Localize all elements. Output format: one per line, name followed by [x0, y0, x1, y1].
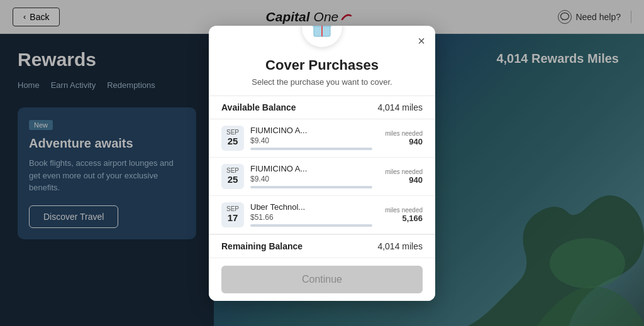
date-badge-2: Sep 25 — [221, 164, 244, 189]
miles-label-3: miles needed — [379, 207, 423, 214]
date-day-2: 25 — [228, 174, 238, 185]
purchase-item[interactable]: Sep 25 FIUMICINO A... $9.40 miles needed… — [209, 158, 435, 196]
available-balance-row: Available Balance 4,014 miles — [209, 95, 435, 119]
modal-header: Cover Purchases Select the purchase you … — [209, 57, 435, 87]
purchase-info-1: FIUMICINO A... $9.40 — [250, 126, 372, 150]
purchase-bar-2 — [250, 186, 372, 188]
date-month-2: Sep — [226, 168, 239, 174]
modal-overlay: × Cover Purchases Select the purchase yo… — [0, 0, 644, 326]
miles-count-2: 940 — [379, 175, 423, 185]
modal-footer: Continue — [209, 258, 435, 301]
miles-count-3: 5,166 — [379, 214, 423, 223]
modal-subtitle: Select the purchase you want to cover. — [221, 77, 423, 87]
miles-label-1: miles needed — [379, 130, 423, 137]
remaining-balance-value: 4,014 miles — [377, 241, 423, 251]
purchase-list: Sep 25 FIUMICINO A... $9.40 miles needed… — [209, 119, 435, 234]
remaining-balance-row: Remaining Balance 4,014 miles — [209, 234, 435, 258]
date-badge-1: Sep 25 — [221, 126, 244, 151]
modal-close-button[interactable]: × — [418, 35, 425, 47]
miles-count-1: 940 — [379, 137, 423, 146]
miles-label-2: miles needed — [379, 168, 423, 175]
purchase-name-3: Uber Technol... — [250, 202, 372, 212]
continue-button[interactable]: Continue — [221, 266, 423, 293]
modal-body: Available Balance 4,014 miles Sep 25 FIU… — [209, 95, 435, 258]
modal-title: Cover Purchases — [221, 57, 423, 73]
date-month-3: Sep — [226, 206, 239, 212]
purchase-amount-1: $9.40 — [250, 136, 372, 145]
available-balance-label: Available Balance — [221, 102, 296, 112]
date-day-1: 25 — [228, 136, 238, 147]
date-badge-3: Sep 17 — [221, 202, 244, 227]
purchase-bar-3 — [250, 224, 372, 227]
purchase-miles-3: miles needed 5,166 — [379, 207, 423, 223]
purchase-name-1: FIUMICINO A... — [250, 126, 372, 135]
purchase-info-3: Uber Technol... $51.66 — [250, 202, 372, 227]
remaining-balance-label: Remaining Balance — [221, 241, 303, 251]
cover-purchases-modal: × Cover Purchases Select the purchase yo… — [209, 26, 435, 301]
modal-gift-icon — [302, 26, 342, 47]
gift-svg — [310, 26, 334, 39]
purchase-bar-1 — [250, 148, 372, 150]
available-balance-value: 4,014 miles — [377, 102, 423, 112]
purchase-item[interactable]: Sep 25 FIUMICINO A... $9.40 miles needed… — [209, 119, 435, 158]
purchase-item[interactable]: Sep 17 Uber Technol... $51.66 miles need… — [209, 196, 435, 234]
date-month-1: Sep — [226, 129, 239, 136]
purchase-miles-1: miles needed 940 — [379, 130, 423, 146]
purchase-name-2: FIUMICINO A... — [250, 164, 372, 173]
date-day-3: 17 — [228, 212, 238, 224]
purchase-amount-2: $9.40 — [250, 175, 372, 183]
purchase-miles-2: miles needed 940 — [379, 168, 423, 185]
purchase-amount-3: $51.66 — [250, 213, 372, 222]
purchase-info-2: FIUMICINO A... $9.40 — [250, 164, 372, 188]
